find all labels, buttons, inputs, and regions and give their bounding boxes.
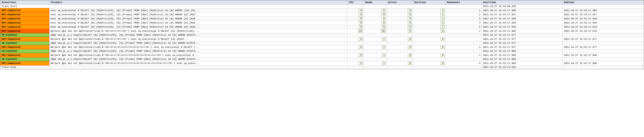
reads-cell bbox=[364, 49, 387, 53]
reads-cell bbox=[364, 33, 387, 37]
profiler-table: EventClass TextData CPU Reads Writes Dur… bbox=[0, 0, 644, 69]
starttime-cell: 2021-10-27 22:42:17.963 bbox=[482, 29, 563, 33]
table-row[interactable]: SP:CacheHit(@p0 xml,@__p_1 bigint)SELECT… bbox=[0, 49, 644, 53]
table-row[interactable]: RPC:Completeddeclare @p3 xml set @p3=con… bbox=[0, 61, 644, 65]
event-class-cell: RPC:Completed bbox=[0, 25, 49, 29]
table-row[interactable]: SP:CacheHit(@p0 xml,@__p_1 bigint)SELECT… bbox=[0, 57, 644, 61]
text-data-cell: declare @p3 xml set @p3=convert(xml,N'<R… bbox=[49, 37, 348, 41]
table-row[interactable]: RPC:Completeddeclare @p3 xml set @p3=con… bbox=[0, 37, 644, 41]
writes-cell: 0 bbox=[387, 53, 413, 57]
duration-cell bbox=[413, 41, 446, 45]
cpu-cell: 0 bbox=[348, 37, 364, 41]
endtime-cell: 2021-10-27 22:42:17.943 bbox=[563, 25, 644, 29]
cpu-cell bbox=[348, 49, 364, 53]
col-rowcounts[interactable]: RowCounts bbox=[446, 0, 482, 4]
table-row[interactable]: RPC:Completeddeclare @p3 xml set @p3=con… bbox=[0, 45, 644, 49]
writes-cell bbox=[387, 65, 413, 69]
table-row[interactable]: RPC:Completedexec sp_executesql N'SELECT… bbox=[0, 21, 644, 25]
writes-cell: 0 bbox=[387, 16, 413, 21]
text-data-cell: declare @p3 xml set @p3=convert(xml,N'<R… bbox=[49, 53, 348, 57]
duration-cell: 0 bbox=[413, 61, 446, 65]
reads-cell: 48 bbox=[364, 29, 387, 33]
rowcounts-cell bbox=[446, 33, 482, 37]
text-data-cell: exec sp_executesql N'SELECT [m].[MyEntit… bbox=[49, 8, 348, 12]
text-data-cell: declare @p3 xml set @p3=convert(xml,N'<R… bbox=[49, 61, 348, 65]
event-class-cell: RPC:Completed bbox=[0, 16, 49, 21]
reads-cell: 8 bbox=[364, 12, 387, 16]
text-data-cell bbox=[49, 65, 348, 69]
event-class-cell: SP:CacheHit bbox=[0, 57, 49, 61]
col-event-class[interactable]: EventClass bbox=[0, 0, 49, 4]
rowcounts-cell: 4 bbox=[446, 53, 482, 57]
rowcounts-cell bbox=[446, 37, 482, 41]
starttime-cell: 2021-10-27 22:42:17.937 bbox=[482, 12, 563, 16]
endtime-cell: 2021-10-27 22:42:17.940 bbox=[563, 16, 644, 21]
table-row[interactable]: RPC:Completedexec sp_executesql N'SELECT… bbox=[0, 8, 644, 12]
col-cpu[interactable]: CPU bbox=[348, 0, 364, 4]
starttime-cell: 2021-10-27 22:42:17.977 bbox=[482, 41, 563, 45]
cpu-cell: 0 bbox=[348, 25, 364, 29]
event-class-cell: RPC:Completed bbox=[0, 29, 49, 33]
rowcounts-cell: 3 bbox=[446, 16, 482, 21]
col-endtime[interactable]: EndTime bbox=[563, 0, 644, 4]
table-row[interactable]: Trace Stop2021-10-27 22:42:24.633 bbox=[0, 65, 644, 69]
endtime-cell: 2021-10-27 22:42:17.970 bbox=[563, 29, 644, 33]
endtime-cell: 2021-10-27 22:42:17.977 bbox=[563, 37, 644, 41]
event-class-cell: RPC:Completed bbox=[0, 61, 49, 65]
reads-cell: 2 bbox=[364, 53, 387, 57]
writes-cell: 0 bbox=[387, 61, 413, 65]
writes-cell: 0 bbox=[387, 21, 413, 25]
cpu-cell: 0 bbox=[348, 21, 364, 25]
table-row[interactable]: RPC:Completeddeclare @p3 xml set @p3=con… bbox=[0, 53, 644, 57]
starttime-cell: 2021-10-27 22:42:17.977 bbox=[482, 37, 563, 41]
writes-cell: 0 bbox=[387, 8, 413, 12]
starttime-cell: 2021-10-27 22:42:08.563 bbox=[482, 4, 563, 8]
endtime-cell: 2021-10-27 22:42:17.940 bbox=[563, 21, 644, 25]
table-row[interactable]: RPC:Completeddeclare @p3 xml set @p3=con… bbox=[0, 29, 644, 33]
duration-cell: 2 bbox=[413, 8, 446, 12]
event-class-cell: RPC:Completed bbox=[0, 8, 49, 12]
event-class-cell: RPC:Completed bbox=[0, 45, 49, 49]
duration-cell bbox=[413, 49, 446, 53]
rowcounts-cell bbox=[446, 49, 482, 53]
duration-cell: 1 bbox=[413, 25, 446, 29]
table-row[interactable]: RPC:Completedexec sp_executesql N'SELECT… bbox=[0, 25, 644, 29]
rowcounts-cell bbox=[446, 41, 482, 45]
event-class-cell: RPC:Completed bbox=[0, 21, 49, 25]
col-starttime[interactable]: StartTime bbox=[482, 0, 563, 4]
cpu-cell: 15 bbox=[348, 29, 364, 33]
writes-cell: 0 bbox=[387, 25, 413, 29]
col-reads[interactable]: Reads bbox=[364, 0, 387, 4]
rowcounts-cell: 5 bbox=[446, 25, 482, 29]
table-row[interactable]: RPC:Completedexec sp_executesql N'SELECT… bbox=[0, 16, 644, 21]
writes-cell: 0 bbox=[387, 29, 413, 33]
col-writes[interactable]: Writes bbox=[387, 0, 413, 4]
cpu-cell bbox=[348, 4, 364, 8]
text-data-cell: exec sp_executesql N'SELECT [m].[MyEntit… bbox=[49, 21, 348, 25]
table-row[interactable]: SP:CacheHit(@p0 xml,@__p_1 bigint)SELECT… bbox=[0, 33, 644, 37]
writes-cell bbox=[387, 4, 413, 8]
text-data-cell: (@p0 xml,@__p_1 bigint)SELECT [m].[MyEnt… bbox=[49, 49, 348, 53]
reads-cell: 8 bbox=[364, 25, 387, 29]
starttime-cell: 2021-10-27 22:42:17.940 bbox=[482, 21, 563, 25]
text-data-cell: (@p0 xml,@__p_1 bigint)SELECT [m].[MyEnt… bbox=[49, 33, 348, 37]
table-row[interactable]: Trace Start2021-10-27 22:42:08.563 bbox=[0, 4, 644, 8]
cpu-cell: 0 bbox=[348, 53, 364, 57]
cpu-cell bbox=[348, 41, 364, 45]
endtime-cell bbox=[563, 41, 644, 45]
event-class-cell: Trace Start bbox=[0, 4, 49, 8]
endtime-cell: 2021-10-27 22:42:17.903 bbox=[563, 8, 644, 12]
endtime-cell: 2021-10-27 22:42:17.937 bbox=[563, 12, 644, 16]
col-text-data[interactable]: TextData bbox=[49, 0, 348, 4]
table-row[interactable]: SP:CacheHit(@p0 xml,@__p_1 bigint)SELECT… bbox=[0, 41, 644, 45]
cpu-cell: 0 bbox=[348, 45, 364, 49]
text-data-cell: declare @p3 xml set @p3=convert(xml,N'<R… bbox=[49, 29, 348, 33]
table-row[interactable]: RPC:Completedexec sp_executesql N'SELECT… bbox=[0, 12, 644, 16]
starttime-cell: 2021-10-27 22:42:17.980 bbox=[482, 61, 563, 65]
starttime-cell: 2021-10-27 22:42:24.633 bbox=[482, 65, 563, 69]
text-data-cell: (@p0 xml,@__p_1 bigint)SELECT [m].[MyEnt… bbox=[49, 41, 348, 45]
endtime-cell bbox=[563, 4, 644, 8]
col-duration[interactable]: Duration bbox=[413, 0, 446, 4]
event-class-cell: Trace Stop bbox=[0, 65, 49, 69]
starttime-cell: 2021-10-27 22:42:17.977 bbox=[482, 45, 563, 49]
